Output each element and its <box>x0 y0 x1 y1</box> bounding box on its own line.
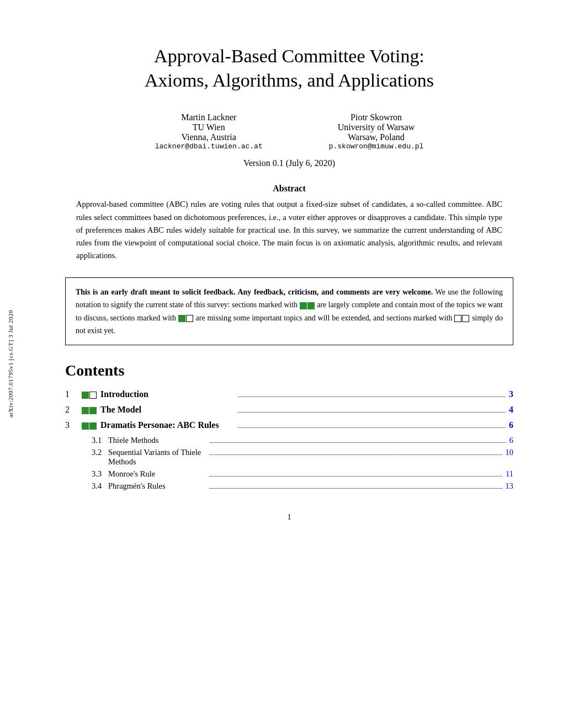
contents-title: Contents <box>65 362 513 379</box>
draft-notice-box: This is an early draft meant to solicit … <box>65 277 513 345</box>
author-left: Martin Lackner TU Wien Vienna, Austria l… <box>155 113 263 151</box>
toc-sub-num-3-4: 3.4 <box>92 481 108 491</box>
sq-green-toc3b <box>89 422 97 430</box>
sq-green-toc2a <box>82 407 89 414</box>
toc-sub-row-3-4: 3.4 Phragmén's Rules 13 <box>65 481 513 491</box>
toc-dots-2 <box>238 412 506 413</box>
abstract-title: Abstract <box>65 184 513 194</box>
toc-sub-row-3-3: 3.3 Monroe's Rule 11 <box>65 469 513 479</box>
author-left-email: lackner@dbai.tuwien.ac.at <box>155 142 263 151</box>
author-right-name: Piotr Skowron <box>329 113 424 122</box>
toc-sub-num-3-3: 3.3 <box>92 469 108 479</box>
toc-sub-page-3-3: 11 <box>506 469 513 479</box>
toc-num-1: 1 <box>65 389 82 399</box>
arxiv-sidebar: arXiv:2007.01795v1 [cs.GT] 3 Jul 2020 <box>0 0 21 728</box>
sq-green-toc2b <box>89 407 97 414</box>
sq-green-toc3a <box>82 422 89 430</box>
toc-label-2: The Model <box>100 405 235 415</box>
toc-dots-1 <box>238 397 506 397</box>
toc-sub-page-3-4: 13 <box>506 481 514 491</box>
square-green-2 <box>307 302 315 309</box>
toc-sub-dots-3-4 <box>209 488 502 489</box>
square-white-2 <box>454 315 461 322</box>
square-white-1 <box>186 315 193 322</box>
author-right: Piotr Skowron University of Warsaw Warsa… <box>329 113 424 151</box>
toc-num-3: 3 <box>65 420 82 430</box>
toc-sub-label-3-2: Sequential Variants of Thiele Methods <box>108 448 206 467</box>
toc-num-2: 2 <box>65 405 82 415</box>
abstract-text: Approval-based committee (ABC) rules are… <box>65 198 513 262</box>
author-left-name: Martin Lackner <box>155 113 263 122</box>
toc-row-2: 2 The Model 4 <box>65 405 513 415</box>
page: arXiv:2007.01795v1 [cs.GT] 3 Jul 2020 Ap… <box>0 0 563 728</box>
toc-sub-page-3-2: 10 <box>506 448 514 457</box>
square-green-1 <box>300 302 307 309</box>
toc-sub-label-3-4: Phragmén's Rules <box>108 481 206 491</box>
toc-squares-2 <box>82 405 97 415</box>
draft-bold-text: This is an early draft meant to solicit … <box>76 288 503 334</box>
toc-label-1: Introduction <box>100 389 235 399</box>
toc-sub-label-3-1: Thiele Methods <box>108 436 207 445</box>
toc-sub-row-3-1: 3.1 Thiele Methods 6 <box>65 436 513 445</box>
toc-sub-dots-3-2 <box>209 454 502 455</box>
version-line: Version 0.1 (July 6, 2020) <box>65 158 513 168</box>
toc-sub-num-3-1: 3.1 <box>92 436 108 445</box>
toc-label-3: Dramatis Personae: ABC Rules <box>100 420 235 430</box>
toc-sub-page-3-1: 6 <box>509 436 513 445</box>
toc-row-1: 1 Introduction 3 <box>65 389 513 399</box>
toc-sub-dots-3-1 <box>210 442 506 443</box>
square-green-3 <box>178 315 185 322</box>
abstract-section: Abstract Approval-based committee (ABC) … <box>65 184 513 262</box>
arxiv-label: arXiv:2007.01795v1 [cs.GT] 3 Jul 2020 <box>7 310 14 417</box>
author-left-affil: TU Wien <box>155 122 263 132</box>
toc-dots-3 <box>238 427 506 428</box>
toc-page-3: 6 <box>509 420 513 430</box>
sq-green-toc1 <box>82 392 89 399</box>
authors-section: Martin Lackner TU Wien Vienna, Austria l… <box>65 113 513 168</box>
page-footer: 1 <box>65 513 513 522</box>
toc-section: Contents 1 Introduction 3 2 The Model 4 <box>65 362 513 491</box>
author-right-affil: University of Warsaw <box>329 122 424 132</box>
square-white-3 <box>462 315 469 322</box>
toc-sub-num-3-2: 3.2 <box>92 448 108 457</box>
toc-page-2: 4 <box>509 405 513 415</box>
toc-squares-3 <box>82 420 97 430</box>
author-right-email: p.skowron@mimuw.edu.pl <box>329 142 424 151</box>
toc-page-1: 3 <box>509 389 513 399</box>
toc-sub-dots-3-3 <box>209 476 502 477</box>
author-left-location: Vienna, Austria <box>155 132 263 142</box>
toc-sub-row-3-2: 3.2 Sequential Variants of Thiele Method… <box>65 448 513 467</box>
main-content: Approval-Based Committee Voting: Axioms,… <box>21 0 563 728</box>
toc-row-3: 3 Dramatis Personae: ABC Rules 6 <box>65 420 513 430</box>
paper-title: Approval-Based Committee Voting: Axioms,… <box>65 44 513 93</box>
footer-page-number: 1 <box>288 513 291 521</box>
sq-white-toc1 <box>89 392 97 399</box>
toc-sub-label-3-3: Monroe's Rule <box>108 469 206 479</box>
title-section: Approval-Based Committee Voting: Axioms,… <box>65 44 513 93</box>
toc-squares-1 <box>82 389 97 399</box>
authors-row: Martin Lackner TU Wien Vienna, Austria l… <box>65 113 513 151</box>
author-right-location: Warsaw, Poland <box>329 132 424 142</box>
